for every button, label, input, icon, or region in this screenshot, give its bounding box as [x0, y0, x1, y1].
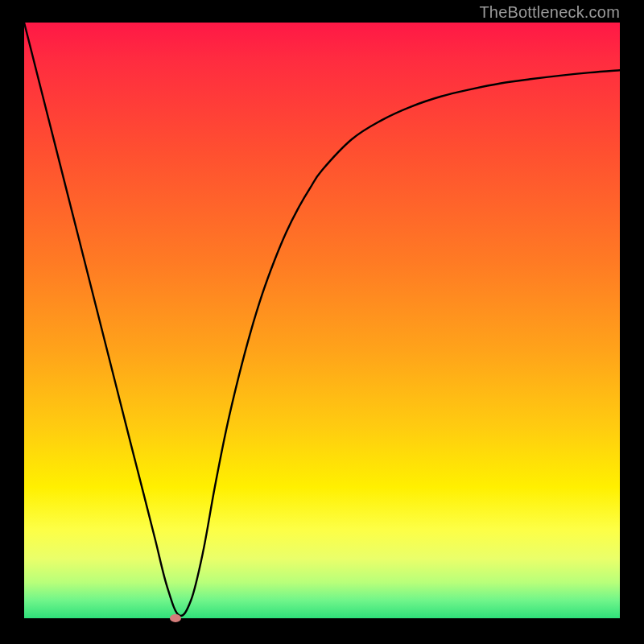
- minimum-marker: [170, 614, 181, 622]
- attribution-text: TheBottleneck.com: [479, 3, 620, 22]
- chart-frame: TheBottleneck.com: [0, 0, 644, 644]
- plot-area: [24, 23, 620, 618]
- bottleneck-curve: [24, 23, 620, 618]
